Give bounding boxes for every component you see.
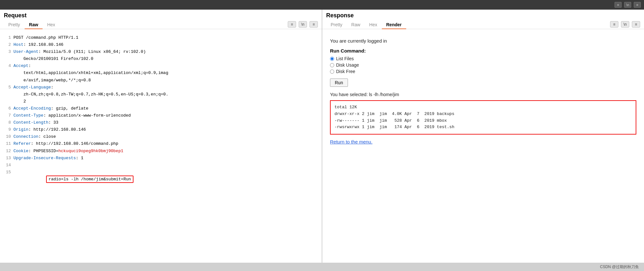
run-command-title: Run Command:	[330, 48, 636, 53]
tab-response-hex[interactable]: Hex	[365, 21, 382, 29]
table-row: 5 Accept-Language: zh-CN,zh;q=0.8,zh-TW;…	[4, 84, 318, 105]
return-to-menu-link[interactable]: Return to the menu.	[330, 139, 373, 144]
request-action-newline[interactable]: \n	[299, 21, 307, 28]
radio-list-files-label: List Files	[336, 56, 354, 61]
request-title: Request	[4, 12, 318, 19]
request-header: Request Pretty Raw Hex ≡ \n ≡	[0, 10, 322, 29]
run-button[interactable]: Run	[330, 78, 348, 87]
response-action-newline[interactable]: \n	[621, 21, 629, 28]
response-render-body: You are currently logged in Run Command:…	[322, 32, 644, 150]
radio-disk-usage-label: Disk Usage	[336, 62, 359, 68]
bottom-bar: CSDN @过期的秋刀鱼	[0, 263, 644, 271]
request-action-list[interactable]: ≡	[288, 21, 296, 28]
radio-disk-free-label: Disk Free	[336, 69, 355, 74]
table-row: 2 Host: 192.168.80.146	[4, 41, 318, 48]
response-tabs-row: Pretty Raw Hex Render ≡ \n ≡	[326, 21, 640, 29]
table-row: 6 Accept-Encoding: gzip, deflate	[4, 105, 318, 112]
request-tab-actions: ≡ \n ≡	[288, 21, 318, 29]
tab-response-render[interactable]: Render	[382, 21, 406, 29]
table-row: 9 Origin: http://192.168.80.146	[4, 126, 318, 133]
top-bar-btn-2[interactable]: \n	[624, 2, 631, 8]
response-action-menu[interactable]: ≡	[632, 21, 640, 28]
top-bar-btn-3[interactable]: ≡	[634, 2, 641, 8]
table-row: 1 POST /command.php HTTP/1.1	[4, 34, 318, 41]
radio-disk-usage[interactable]: Disk Usage	[330, 62, 636, 68]
response-header: Response Pretty Raw Hex Render ≡ \n ≡	[322, 10, 644, 29]
table-row: 4 Accept: text/html,application/xhtml+xm…	[4, 62, 318, 84]
response-action-list[interactable]: ≡	[610, 21, 618, 28]
response-tab-actions: ≡ \n ≡	[610, 21, 640, 29]
tab-request-hex[interactable]: Hex	[43, 21, 60, 29]
request-body-boxed: radio=ls -lh /home/jim&submit=Run	[46, 176, 133, 183]
logged-in-text: You are currently logged in	[330, 38, 636, 44]
table-row: 7 Content-Type: application/x-www-form-u…	[4, 112, 318, 119]
request-content: 1 POST /command.php HTTP/1.1 2 Host: 192…	[0, 29, 322, 263]
radio-disk-free[interactable]: Disk Free	[330, 69, 636, 74]
table-row: 12 Cookie: PHPSESSID=hckuquci9opeg9hk0bm…	[4, 148, 318, 155]
request-panel: Request Pretty Raw Hex ≡ \n ≡ 1 POST /co…	[0, 10, 322, 263]
table-row: 13 Upgrade-Insecure-Requests: 1	[4, 155, 318, 162]
response-title: Response	[326, 12, 640, 19]
radio-list-files-input[interactable]	[330, 57, 334, 61]
table-row: 3 User-Agent: Mozilla/5.0 (X11; Linux x8…	[4, 48, 318, 62]
radio-list-files[interactable]: List Files	[330, 56, 636, 61]
selected-info: You have selected: ls -lh /home/jim	[330, 92, 636, 97]
tab-request-pretty[interactable]: Pretty	[4, 21, 25, 29]
tab-request-raw[interactable]: Raw	[25, 21, 43, 29]
top-bar: ≡ \n ≡	[0, 0, 644, 10]
radio-disk-usage-input[interactable]	[330, 63, 334, 67]
table-row: 15 radio=ls -lh /home/jim&submit=Run	[4, 169, 318, 190]
request-body: 1 POST /command.php HTTP/1.1 2 Host: 192…	[0, 32, 322, 192]
table-row: 8 Content-Length: 33	[4, 119, 318, 126]
table-row: 14	[4, 162, 318, 169]
radio-group: List Files Disk Usage Disk Free	[330, 56, 636, 74]
top-bar-btn-1[interactable]: ≡	[615, 2, 622, 8]
main-container: Request Pretty Raw Hex ≡ \n ≡ 1 POST /co…	[0, 10, 644, 263]
response-panel: Response Pretty Raw Hex Render ≡ \n ≡ Yo…	[322, 10, 644, 263]
radio-disk-free-input[interactable]	[330, 70, 334, 74]
response-content: You are currently logged in Run Command:…	[322, 29, 644, 263]
table-row: 10 Connection: close	[4, 133, 318, 140]
table-row: 11 Referer: http://192.168.80.146/comman…	[4, 140, 318, 147]
watermark-text: CSDN @过期的秋刀鱼	[600, 264, 639, 270]
request-action-menu[interactable]: ≡	[310, 21, 318, 28]
output-box: total 12K drwxr-xr-x 2 jim jim 4.0K Apr …	[330, 100, 636, 135]
request-tabs-row: Pretty Raw Hex ≡ \n ≡	[4, 21, 318, 29]
tab-response-raw[interactable]: Raw	[347, 21, 365, 29]
tab-response-pretty[interactable]: Pretty	[326, 21, 347, 29]
